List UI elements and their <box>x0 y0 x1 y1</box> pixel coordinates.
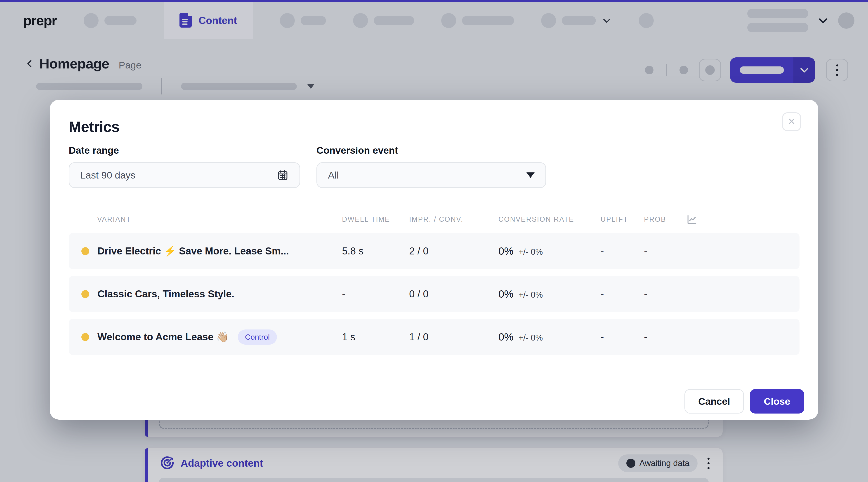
conversion-event-value: All <box>328 170 339 181</box>
conversion-rate-value: 0% <box>498 245 513 257</box>
dropdown-triangle-icon <box>526 172 535 178</box>
control-badge: Control <box>238 329 277 345</box>
dwell-time-value: - <box>342 288 409 300</box>
modal-title: Metrics <box>69 118 119 135</box>
column-header-variant: VARIANT <box>69 215 342 224</box>
conversion-rate-margin: +/- 0% <box>518 290 543 300</box>
uplift-value: - <box>600 331 644 343</box>
line-chart-icon <box>686 214 800 225</box>
prob-value: - <box>644 246 686 257</box>
metrics-filters: Date range Last 90 days Conversion event… <box>69 145 546 188</box>
variant-status-dot <box>81 290 89 298</box>
modal-close-button[interactable] <box>782 112 801 131</box>
conversion-event-label: Conversion event <box>316 145 546 156</box>
column-header-dwell-time: DWELL TIME <box>342 215 409 224</box>
conversion-event-select[interactable]: All <box>316 162 546 188</box>
impr-conv-value: 2 / 0 <box>409 246 498 257</box>
date-range-value: Last 90 days <box>80 170 135 181</box>
variant-status-dot <box>81 247 89 255</box>
prob-value: - <box>644 288 686 300</box>
impr-conv-value: 0 / 0 <box>409 288 498 300</box>
date-range-label: Date range <box>69 145 300 156</box>
conversion-rate-value: 0% <box>498 288 513 300</box>
variants-table: VARIANT DWELL TIME IMPR. / CONV. CONVERS… <box>69 213 800 355</box>
variant-name: Welcome to Acme Lease 👋🏼 <box>97 331 229 343</box>
table-row[interactable]: Welcome to Acme Lease 👋🏼 Control 1 s 1 /… <box>69 319 800 355</box>
uplift-value: - <box>600 246 644 257</box>
column-header-uplift: UPLIFT <box>600 215 644 224</box>
variant-name: Classic Cars, Timeless Style. <box>97 288 235 300</box>
conversion-rate-value: 0% <box>498 331 513 343</box>
table-header-row: VARIANT DWELL TIME IMPR. / CONV. CONVERS… <box>69 213 800 226</box>
variant-status-dot <box>81 333 89 341</box>
date-range-input[interactable]: Last 90 days <box>69 162 300 188</box>
dwell-time-value: 1 s <box>342 331 409 343</box>
x-icon <box>787 117 796 127</box>
metrics-modal: Metrics Date range Last 90 days Conversi… <box>50 100 818 420</box>
table-row[interactable]: Drive Electric ⚡ Save More. Lease Sm... … <box>69 233 800 269</box>
cancel-button[interactable]: Cancel <box>684 389 744 414</box>
date-range-field: Date range Last 90 days <box>69 145 300 188</box>
calendar-icon <box>277 169 289 181</box>
conversion-event-field: Conversion event All <box>316 145 546 188</box>
dwell-time-value: 5.8 s <box>342 246 409 257</box>
close-button[interactable]: Close <box>750 389 804 414</box>
prob-value: - <box>644 331 686 343</box>
table-row[interactable]: Classic Cars, Timeless Style. - 0 / 0 0%… <box>69 276 800 312</box>
column-header-conversion-rate: CONVERSION RATE <box>498 215 600 224</box>
column-header-prob: PROB <box>644 215 686 224</box>
modal-footer: Cancel Close <box>684 389 804 414</box>
impr-conv-value: 1 / 0 <box>409 331 498 343</box>
uplift-value: - <box>600 288 644 300</box>
conversion-rate-margin: +/- 0% <box>518 247 543 257</box>
column-header-impr-conv: IMPR. / CONV. <box>409 215 498 224</box>
variant-name: Drive Electric ⚡ Save More. Lease Sm... <box>97 245 289 257</box>
conversion-rate-margin: +/- 0% <box>518 333 543 343</box>
